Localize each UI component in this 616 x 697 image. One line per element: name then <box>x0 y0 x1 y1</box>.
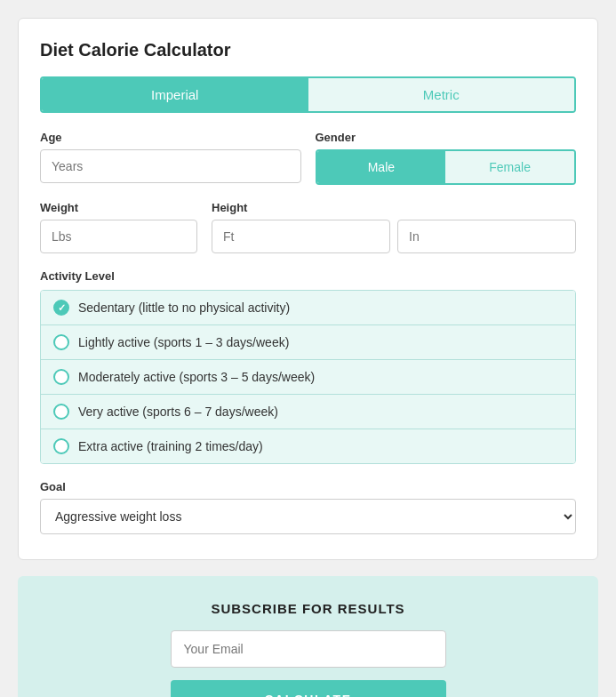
activity-level-section: Activity Level Sedentary (little to no p… <box>40 269 576 464</box>
email-input[interactable] <box>171 630 446 668</box>
goal-group: Goal Aggressive weight loss Moderate wei… <box>40 480 576 534</box>
calculate-button[interactable]: CALCULATE <box>171 680 446 697</box>
weight-label: Weight <box>40 201 197 214</box>
gender-toggle: Male Female <box>316 149 577 185</box>
goal-select[interactable]: Aggressive weight loss Moderate weight l… <box>40 499 576 534</box>
metric-button[interactable]: Metric <box>308 78 575 111</box>
subscribe-card: SUBSCRIBE FOR RESULTS CALCULATE <box>18 576 598 697</box>
list-item[interactable]: Lightly active (sports 1 – 3 days/week) <box>41 325 575 360</box>
radio-very-active[interactable] <box>53 404 69 420</box>
weight-height-row: Weight Height <box>40 201 576 253</box>
height-label: Height <box>212 201 576 214</box>
subscribe-title: SUBSCRIBE FOR RESULTS <box>211 601 404 616</box>
male-button[interactable]: Male <box>317 151 446 183</box>
radio-lightly-active[interactable] <box>53 334 69 350</box>
height-in-input[interactable] <box>397 220 576 253</box>
gender-group: Gender Male Female <box>316 131 577 185</box>
activity-list: Sedentary (little to no physical activit… <box>40 290 576 464</box>
page-title: Diet Calorie Calculator <box>40 40 576 60</box>
list-item[interactable]: Sedentary (little to no physical activit… <box>41 291 575 325</box>
age-input[interactable] <box>40 149 301 183</box>
main-card: Diet Calorie Calculator Imperial Metric … <box>18 18 598 560</box>
activity-lightly-label: Lightly active (sports 1 – 3 days/week) <box>78 335 289 349</box>
radio-sedentary[interactable] <box>53 300 69 316</box>
age-group: Age <box>40 131 301 183</box>
height-ft-input[interactable] <box>212 220 390 253</box>
height-group: Height <box>212 201 576 253</box>
radio-extra-active[interactable] <box>53 438 69 454</box>
list-item[interactable]: Extra active (training 2 times/day) <box>41 429 575 463</box>
goal-label: Goal <box>40 480 576 493</box>
activity-moderately-label: Moderately active (sports 3 – 5 days/wee… <box>78 370 315 384</box>
weight-group: Weight <box>40 201 197 253</box>
unit-toggle: Imperial Metric <box>40 76 576 113</box>
female-button[interactable]: Female <box>445 151 574 183</box>
list-item[interactable]: Moderately active (sports 3 – 5 days/wee… <box>41 360 575 395</box>
weight-input[interactable] <box>40 220 197 253</box>
gender-label: Gender <box>316 131 577 144</box>
activity-sedentary-label: Sedentary (little to no physical activit… <box>78 300 290 315</box>
imperial-button[interactable]: Imperial <box>42 78 308 111</box>
radio-moderately-active[interactable] <box>53 369 69 385</box>
age-label: Age <box>40 131 301 144</box>
height-inputs-container <box>212 220 576 253</box>
activity-extra-label: Extra active (training 2 times/day) <box>78 439 263 453</box>
age-gender-row: Age Gender Male Female <box>40 131 576 185</box>
list-item[interactable]: Very active (sports 6 – 7 days/week) <box>41 395 575 429</box>
activity-very-label: Very active (sports 6 – 7 days/week) <box>78 405 278 419</box>
activity-level-label: Activity Level <box>40 269 576 283</box>
